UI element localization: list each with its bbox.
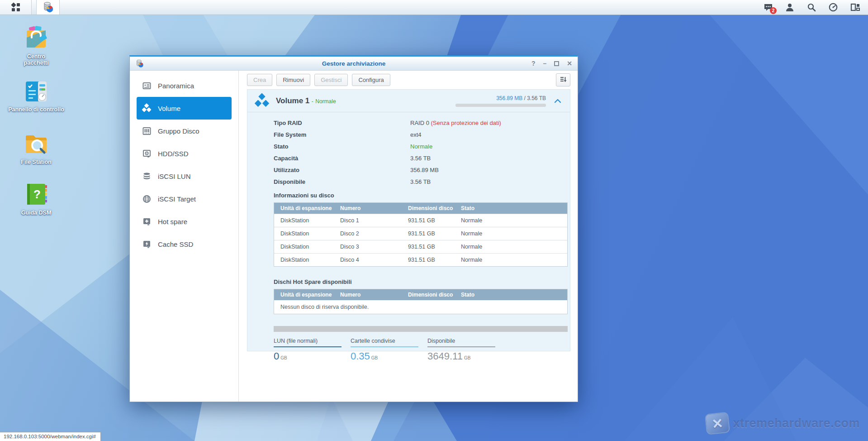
- disk-row[interactable]: DiskStation Disco 1 931.51 GB Normale: [274, 214, 567, 227]
- control-panel-icon: [23, 78, 49, 104]
- sidebar-item-cache-ssd[interactable]: Cache SSD: [137, 233, 232, 255]
- maximize-icon[interactable]: [554, 61, 559, 66]
- sidebar-item-gruppo-disco[interactable]: Gruppo Disco: [137, 120, 232, 142]
- desktop-icon-file-station[interactable]: File Station: [5, 130, 68, 165]
- hot-spare-icon: [142, 216, 152, 226]
- detail-row: Utilizzato 356.89 MB: [274, 164, 570, 176]
- remove-button[interactable]: Rimuovi: [276, 74, 310, 86]
- detail-label: Utilizzato: [274, 167, 410, 173]
- sidebar-item-label: HDD/SSD: [158, 150, 189, 158]
- stat-value: 0: [274, 350, 279, 362]
- volume-cubes-icon: [142, 103, 152, 113]
- filesystem-value: ext4: [410, 131, 422, 138]
- desktop-icon-label: File Station: [21, 159, 51, 165]
- sidebar-item-label: Volume: [158, 105, 180, 112]
- col-disk-size: Dimensioni disco: [402, 205, 455, 211]
- stat-value: 0.35: [351, 350, 370, 362]
- volume-header[interactable]: Volume 1 - Normale 356.89 MB / 3.56 TB: [247, 90, 570, 112]
- desktop-icon-package-center[interactable]: Centro pacchetti: [5, 25, 68, 67]
- usage-separator: /: [522, 95, 527, 101]
- usage-progress-bar: [455, 104, 546, 107]
- stat-unit: GB: [280, 355, 287, 360]
- desktop-icon-label: Pannello di controllo: [8, 106, 64, 113]
- create-button[interactable]: Crea: [247, 74, 272, 86]
- detail-value: RAID 0 (Senza protezione dei dati): [410, 120, 501, 126]
- sidebar-item-iscsi-lun[interactable]: iSCSI LUN: [137, 165, 232, 187]
- detail-row: Stato Normale: [274, 140, 570, 152]
- main-menu-button[interactable]: [0, 0, 32, 14]
- sidebar: Panoramica Volume Gruppo Disco HDD/SSD: [130, 71, 239, 402]
- desktop-icon-label: Centro pacchetti: [18, 53, 54, 67]
- chevron-up-icon: [554, 99, 561, 103]
- configure-button[interactable]: Configura: [352, 74, 390, 86]
- user-menu-button[interactable]: [785, 2, 795, 12]
- sidebar-item-label: Hot spare: [158, 218, 187, 225]
- sidebar-item-volume[interactable]: Volume: [137, 97, 232, 120]
- user-icon: [785, 3, 794, 12]
- close-icon[interactable]: ✕: [567, 60, 572, 67]
- sidebar-item-hdd-ssd[interactable]: HDD/SSD: [137, 142, 232, 165]
- sidebar-item-label: iSCSI Target: [158, 195, 196, 203]
- desktop-icon-control-panel[interactable]: Pannello di controllo: [5, 78, 68, 113]
- window-body: Panoramica Volume Gruppo Disco HDD/SSD: [130, 71, 578, 402]
- sidebar-item-label: iSCSI LUN: [158, 173, 191, 180]
- sidebar-item-iscsi-target[interactable]: iSCSI Target: [137, 187, 232, 210]
- volume-details: Tipo RAID RAID 0 (Senza protezione dei d…: [247, 112, 570, 362]
- taskbar: 2: [0, 0, 868, 15]
- main-menu-grid-icon: [11, 2, 21, 12]
- browser-status-url: 192.168.0.103:5000/webman/index.cgi#: [0, 432, 101, 441]
- storage-manager-icon: [42, 1, 54, 13]
- usage-used: 356.89 MB: [496, 95, 522, 101]
- watermark-x-logo: ✕: [705, 412, 730, 435]
- col-status: Stato: [455, 205, 567, 211]
- stat-unit: GB: [371, 355, 378, 360]
- file-station-icon: [23, 130, 49, 157]
- volume-usage: 356.89 MB / 3.56 TB: [455, 95, 546, 107]
- disk-info-title: Informazioni su disco: [274, 192, 570, 199]
- minimize-icon[interactable]: –: [543, 60, 546, 67]
- stat-rule: [427, 346, 495, 347]
- svg-text:?: ?: [33, 187, 41, 201]
- disk-row[interactable]: DiskStation Disco 2 931.51 GB Normale: [274, 227, 567, 240]
- volume-cubes-icon-large: [254, 93, 270, 109]
- detail-label: Disponibile: [274, 178, 410, 185]
- notifications-button[interactable]: 2: [763, 2, 773, 12]
- desktop-icon-dsm-help[interactable]: ? Guida DSM: [5, 181, 68, 216]
- pilot-view-button[interactable]: [850, 2, 860, 12]
- main-content: Crea Rimuovi Gestisci Configura: [239, 71, 578, 402]
- sidebar-item-hot-spare[interactable]: Hot spare: [137, 210, 232, 233]
- hot-spare-title: Dischi Hot Spare disponibili: [274, 278, 570, 285]
- sidebar-item-label: Panoramica: [158, 82, 194, 90]
- volume-name: Volume 1: [276, 96, 309, 105]
- sort-button[interactable]: [556, 73, 570, 86]
- disk-row[interactable]: DiskStation Disco 4 931.51 GB Normale: [274, 253, 567, 266]
- notification-badge: 2: [770, 7, 777, 14]
- sidebar-item-panoramica[interactable]: Panoramica: [137, 74, 232, 97]
- sidebar-item-label: Gruppo Disco: [158, 127, 199, 135]
- window-titlebar[interactable]: Gestore archiviazione ? – ✕: [130, 57, 578, 71]
- raid-type-value: RAID 0: [410, 120, 429, 126]
- help-icon[interactable]: ?: [531, 60, 536, 67]
- sort-list-icon: [560, 76, 567, 83]
- status-value: Normale: [410, 143, 432, 150]
- window-controls: ? – ✕: [531, 60, 572, 67]
- hot-spare-table-header: Unità di espansione Numero Dimensioni di…: [274, 289, 567, 300]
- toolbar: Crea Rimuovi Gestisci Configura: [239, 71, 578, 89]
- manage-button[interactable]: Gestisci: [314, 74, 348, 86]
- widgets-gauge-button[interactable]: [828, 2, 838, 12]
- volume-state: Normale: [315, 98, 336, 105]
- search-icon: [807, 3, 816, 12]
- disk-row[interactable]: DiskStation Disco 3 931.51 GB Normale: [274, 240, 567, 253]
- stat-label: LUN (file normali): [274, 338, 342, 346]
- stat-label: Cartelle condivise: [351, 338, 418, 346]
- window-title: Gestore archiviazione: [130, 60, 578, 67]
- collapse-button[interactable]: [552, 99, 564, 103]
- capacity-value: 3.56 TB: [410, 155, 431, 162]
- stat-label: Disponibile: [427, 338, 495, 346]
- watermark: ✕ xtremehardware.com: [706, 413, 860, 434]
- col-number: Numero: [334, 292, 402, 298]
- taskbar-app-storage-manager[interactable]: [36, 0, 60, 14]
- volume-panel: Volume 1 - Normale 356.89 MB / 3.56 TB: [247, 89, 570, 351]
- col-expansion-unit: Unità di espansione: [274, 205, 334, 211]
- search-button[interactable]: [806, 2, 816, 12]
